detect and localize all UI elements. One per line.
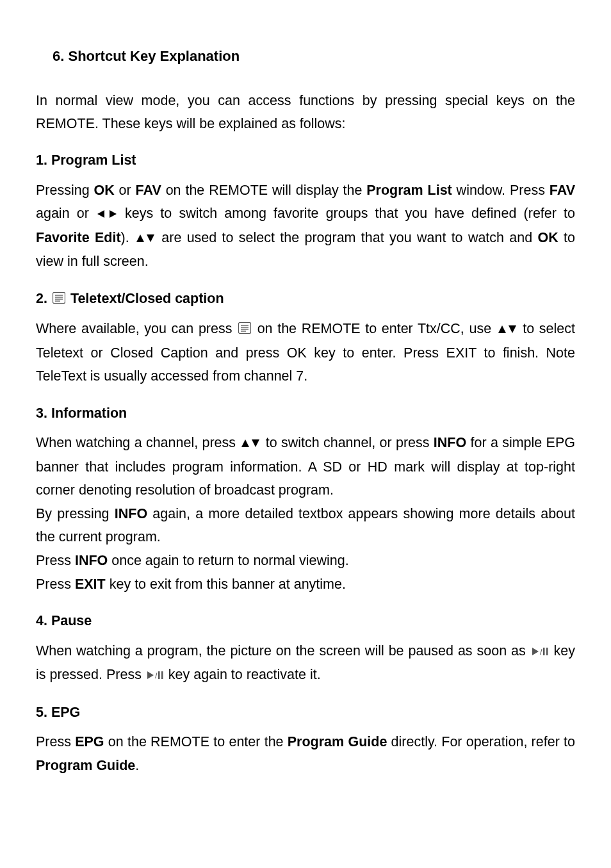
svg-marker-15 bbox=[509, 325, 516, 333]
fav-label: FAV bbox=[136, 183, 161, 198]
favorite-edit-label: Favorite Edit bbox=[36, 230, 121, 245]
text: directly. For operation, refer to bbox=[387, 734, 575, 749]
program-guide-label: Program Guide bbox=[36, 758, 135, 773]
text: key again to reactivate it. bbox=[165, 667, 321, 682]
svg-marker-1 bbox=[110, 210, 117, 218]
text: Where available, you can press bbox=[36, 321, 237, 336]
section-2-body: Where available, you can press on the RE… bbox=[36, 317, 575, 388]
section-2-title-text: Teletext/Closed caption bbox=[67, 291, 224, 306]
section-3-title: 3. Information bbox=[36, 402, 575, 425]
text: on the REMOTE will display the bbox=[161, 183, 366, 198]
text: once again to return to normal viewing. bbox=[108, 553, 348, 568]
svg-rect-20 bbox=[543, 648, 545, 655]
svg-rect-4 bbox=[53, 292, 65, 303]
fav-label: FAV bbox=[550, 183, 575, 198]
page-title: 6. Shortcut Key Explanation bbox=[53, 45, 575, 68]
exit-label: EXIT bbox=[75, 577, 106, 592]
info-label: INFO bbox=[115, 506, 147, 521]
play-pause-icon: / bbox=[532, 640, 548, 664]
section-3-body: When watching a channel, press to switch… bbox=[36, 431, 575, 596]
svg-marker-14 bbox=[498, 325, 506, 333]
teletext-icon bbox=[53, 288, 65, 311]
section-4-title: 4. Pause bbox=[36, 610, 575, 632]
svg-marker-3 bbox=[147, 234, 154, 242]
text: When watching a program, the picture on … bbox=[36, 643, 530, 659]
text: on the REMOTE to enter the bbox=[104, 734, 288, 749]
up-down-arrow-icon bbox=[241, 432, 260, 455]
program-guide-label: Program Guide bbox=[288, 734, 387, 749]
text: window. Press bbox=[452, 183, 550, 198]
svg-text:/: / bbox=[155, 671, 158, 680]
svg-rect-21 bbox=[546, 648, 548, 655]
svg-marker-17 bbox=[252, 439, 259, 447]
text: keys to switch among favorite groups tha… bbox=[118, 206, 575, 221]
text: on the REMOTE to enter Ttx/CC, use bbox=[252, 321, 496, 336]
up-down-arrow-icon bbox=[498, 318, 517, 341]
svg-rect-25 bbox=[161, 671, 163, 679]
teletext-icon bbox=[238, 318, 251, 341]
play-pause-icon: / bbox=[147, 664, 163, 687]
svg-marker-16 bbox=[241, 439, 249, 447]
text: Press bbox=[36, 734, 75, 749]
ok-label: OK bbox=[94, 183, 115, 198]
section-5-title: 5. EPG bbox=[36, 701, 575, 724]
intro-paragraph: In normal view mode, you can access func… bbox=[36, 90, 575, 135]
epg-label: EPG bbox=[75, 734, 104, 749]
text: ). bbox=[121, 230, 134, 245]
svg-marker-0 bbox=[97, 210, 104, 218]
section-1-body: Pressing OK or FAV on the REMOTE will di… bbox=[36, 179, 575, 274]
text: or bbox=[115, 183, 136, 198]
text: When watching a channel, press bbox=[36, 435, 240, 450]
svg-marker-18 bbox=[532, 648, 539, 655]
text: Press bbox=[36, 553, 75, 568]
section-2-number: 2. bbox=[36, 291, 51, 306]
svg-marker-2 bbox=[136, 234, 144, 242]
program-list-label: Program List bbox=[366, 183, 452, 198]
section-4-body: When watching a program, the picture on … bbox=[36, 639, 575, 687]
up-down-arrow-icon bbox=[136, 227, 155, 250]
text: Press bbox=[36, 577, 75, 592]
ok-label: OK bbox=[538, 230, 558, 245]
text: By pressing bbox=[36, 506, 115, 521]
section-1-title: 1. Program List bbox=[36, 149, 575, 172]
section-2-title: 2. Teletext/Closed caption bbox=[36, 288, 575, 311]
text: Pressing bbox=[36, 183, 94, 198]
svg-text:/: / bbox=[540, 647, 542, 656]
svg-marker-22 bbox=[147, 671, 154, 679]
info-label: INFO bbox=[75, 553, 108, 568]
text: . bbox=[135, 758, 139, 773]
left-right-arrow-icon bbox=[97, 202, 117, 226]
svg-rect-9 bbox=[239, 323, 251, 334]
section-5-body: Press EPG on the REMOTE to enter the Pro… bbox=[36, 730, 575, 777]
text: key to exit from this banner at anytime. bbox=[106, 577, 346, 592]
text: are used to select the program that you … bbox=[156, 230, 538, 245]
info-label: INFO bbox=[434, 435, 466, 450]
text: again or bbox=[36, 206, 96, 221]
text: to switch channel, or press bbox=[261, 435, 433, 450]
svg-rect-24 bbox=[158, 671, 160, 679]
